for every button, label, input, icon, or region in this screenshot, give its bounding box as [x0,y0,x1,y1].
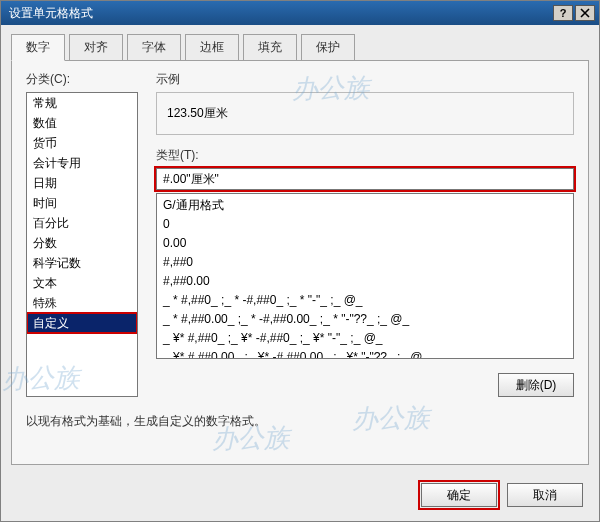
upper-panel: 分类(C): 常规 数值 货币 会计专用 日期 时间 百分比 分数 科学记数 文… [26,71,574,397]
format-item[interactable]: 0.00 [157,234,573,253]
tab-font[interactable]: 字体 [127,34,181,61]
type-label: 类型(T): [156,147,574,164]
hint-text: 以现有格式为基础，生成自定义的数字格式。 [26,413,574,430]
delete-button[interactable]: 删除(D) [498,373,574,397]
tab-border[interactable]: 边框 [185,34,239,61]
format-item[interactable]: G/通用格式 [157,196,573,215]
list-item[interactable]: 日期 [27,173,137,193]
category-panel: 分类(C): 常规 数值 货币 会计专用 日期 时间 百分比 分数 科学记数 文… [26,71,138,397]
tab-number[interactable]: 数字 [11,34,65,61]
window-title: 设置单元格格式 [9,5,551,22]
format-item[interactable]: _ * #,##0.00_ ;_ * -#,##0.00_ ;_ * "-"??… [157,310,573,329]
format-item[interactable]: #,##0 [157,253,573,272]
dialog-window: 设置单元格格式 ? 数字 对齐 字体 边框 填充 保护 分类(C): 常规 数值… [0,0,600,522]
dialog-body: 分类(C): 常规 数值 货币 会计专用 日期 时间 百分比 分数 科学记数 文… [11,60,589,465]
list-item[interactable]: 会计专用 [27,153,137,173]
list-item[interactable]: 货币 [27,133,137,153]
type-input[interactable] [156,168,574,190]
titlebar: 设置单元格格式 ? [1,1,599,25]
delete-row: 删除(D) [156,373,574,397]
cancel-button[interactable]: 取消 [507,483,583,507]
list-item[interactable]: 文本 [27,273,137,293]
list-item[interactable]: 时间 [27,193,137,213]
sample-box: 123.50厘米 [156,92,574,135]
format-listbox[interactable]: G/通用格式 0 0.00 #,##0 #,##0.00 _ * #,##0_ … [156,193,574,359]
list-item[interactable]: 特殊 [27,293,137,313]
category-label: 分类(C): [26,71,138,88]
tab-bar: 数字 对齐 字体 边框 填充 保护 [1,25,599,60]
list-item-custom[interactable]: 自定义 [27,313,137,333]
list-item[interactable]: 分数 [27,233,137,253]
help-button[interactable]: ? [553,5,573,21]
list-item[interactable]: 常规 [27,93,137,113]
detail-panel: 示例 123.50厘米 类型(T): G/通用格式 0 0.00 #,##0 #… [156,71,574,397]
tab-fill[interactable]: 填充 [243,34,297,61]
sample-label: 示例 [156,71,574,88]
format-item[interactable]: _ * #,##0_ ;_ * -#,##0_ ;_ * "-"_ ;_ @_ [157,291,573,310]
tab-align[interactable]: 对齐 [69,34,123,61]
close-icon [580,8,590,18]
list-item[interactable]: 百分比 [27,213,137,233]
list-item[interactable]: 数值 [27,113,137,133]
tab-protect[interactable]: 保护 [301,34,355,61]
close-button[interactable] [575,5,595,21]
ok-button[interactable]: 确定 [421,483,497,507]
dialog-footer: 确定 取消 [1,473,599,521]
format-item[interactable]: _ ¥* #,##0_ ;_ ¥* -#,##0_ ;_ ¥* "-"_ ;_ … [157,329,573,348]
list-item[interactable]: 科学记数 [27,253,137,273]
format-item[interactable]: #,##0.00 [157,272,573,291]
category-listbox[interactable]: 常规 数值 货币 会计专用 日期 时间 百分比 分数 科学记数 文本 特殊 自定… [26,92,138,397]
format-item[interactable]: 0 [157,215,573,234]
format-item[interactable]: _ ¥* #,##0.00_ ;_ ¥* -#,##0.00_ ;_ ¥* "-… [157,348,573,359]
